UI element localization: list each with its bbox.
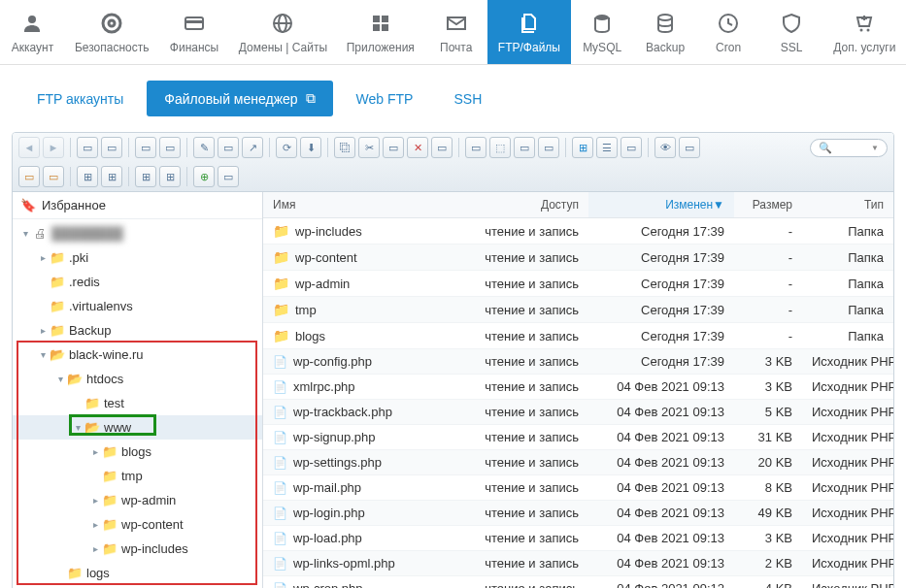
- tree-node[interactable]: 📁tmp: [13, 464, 262, 488]
- table-row[interactable]: 📄wp-settings.phpчтение и запись04 Фев 20…: [263, 450, 893, 475]
- toolbar-button[interactable]: ▭: [77, 137, 98, 158]
- search-input[interactable]: [832, 142, 871, 153]
- view-grid-button[interactable]: ⊞: [572, 137, 593, 158]
- table-row[interactable]: 📁wp-adminчтение и записьСегодня 17:39-Па…: [263, 271, 893, 297]
- table-row[interactable]: 📄wp-links-opml.phpчтение и запись04 Фев …: [263, 551, 893, 576]
- toolbar-button[interactable]: ▭: [101, 137, 122, 158]
- php-file-icon: 📄: [273, 481, 287, 495]
- tree-node[interactable]: ▾🖨████████: [13, 221, 262, 245]
- tree-node[interactable]: ▸📁Backup: [13, 318, 262, 343]
- topnav-database[interactable]: MySQL: [571, 0, 634, 64]
- expander-icon[interactable]: ▸: [88, 495, 102, 506]
- toolbar-button[interactable]: ▭: [218, 137, 239, 158]
- topnav-globe[interactable]: Домены | Сайты: [230, 0, 337, 64]
- topnav-shield[interactable]: SSL: [760, 0, 823, 64]
- search-dropdown-icon[interactable]: ▼: [871, 144, 879, 152]
- view-list-button[interactable]: ☰: [596, 137, 618, 158]
- paste-button[interactable]: ▭: [383, 137, 404, 158]
- expander-icon[interactable]: ▸: [88, 446, 102, 457]
- topnav-mail[interactable]: Почта: [424, 0, 487, 64]
- toolbar-button[interactable]: ⬚: [489, 137, 511, 158]
- nav-forward-button[interactable]: ►: [43, 137, 64, 158]
- column-modified[interactable]: Изменен▼: [588, 192, 734, 218]
- tree-node[interactable]: 📁.virtualenvs: [13, 294, 262, 318]
- tree-node[interactable]: ▸📁wp-content: [13, 512, 262, 537]
- expander-icon[interactable]: ▾: [71, 422, 84, 433]
- toolbar-button[interactable]: ▭: [514, 137, 535, 158]
- toolbar-button[interactable]: ⊞: [159, 166, 181, 187]
- cut-button[interactable]: ✂: [358, 137, 380, 158]
- copy-button[interactable]: ⿻: [334, 137, 355, 158]
- table-row[interactable]: 📄wp-trackback.phpчтение и запись04 Фев 2…: [263, 400, 893, 425]
- table-row[interactable]: 📄wp-mail.phpчтение и запись04 Фев 2021 0…: [263, 475, 893, 501]
- toolbar-button[interactable]: ⊕: [193, 166, 215, 187]
- subnav-item[interactable]: Файловый менеджер ⧉: [147, 81, 332, 116]
- favorites-header[interactable]: 🔖 Избранное: [13, 192, 262, 219]
- toolbar-button[interactable]: ↗: [242, 137, 263, 158]
- toolbar-button[interactable]: ▭: [135, 137, 156, 158]
- toolbar-button[interactable]: ▭: [159, 137, 181, 158]
- expander-icon[interactable]: ▸: [36, 325, 50, 336]
- view-button[interactable]: ▭: [621, 137, 642, 158]
- tree-node[interactable]: ▾📂www: [13, 415, 262, 440]
- toolbar-button[interactable]: ▭: [538, 137, 559, 158]
- column-size[interactable]: Размер: [734, 192, 802, 218]
- tree-node[interactable]: ▸📁blogs: [13, 440, 262, 464]
- expander-icon[interactable]: ▸: [88, 543, 102, 554]
- toolbar-button[interactable]: ▭: [43, 166, 64, 187]
- tree-node[interactable]: ▸📁.pki: [13, 245, 262, 270]
- table-row[interactable]: 📄wp-login.phpчтение и запись04 Фев 2021 …: [263, 501, 893, 526]
- expander-icon[interactable]: ▸: [88, 519, 102, 530]
- tree-node[interactable]: 📁logs: [13, 561, 262, 585]
- refresh-button[interactable]: ⟳: [276, 137, 297, 158]
- expander-icon[interactable]: ▸: [36, 252, 50, 263]
- toolbar-button[interactable]: ⊞: [101, 166, 122, 187]
- subnav-item[interactable]: SSH: [436, 82, 499, 116]
- expander-icon[interactable]: ▾: [53, 374, 67, 384]
- toolbar-button[interactable]: ✎: [193, 137, 215, 158]
- topnav-backup[interactable]: Backup: [634, 0, 697, 64]
- topnav-user[interactable]: Аккаунт: [0, 0, 65, 64]
- toolbar-button[interactable]: ▭: [18, 166, 40, 187]
- topnav-cart[interactable]: Доп. услуги: [823, 0, 906, 64]
- subnav-item[interactable]: FTP аккаунты: [19, 82, 141, 116]
- topnav-lifebuoy[interactable]: Безопасность: [65, 0, 159, 64]
- topnav-files[interactable]: FTP/Файлы: [487, 0, 570, 64]
- column-type[interactable]: Тип: [802, 192, 893, 218]
- column-access[interactable]: Доступ: [453, 192, 588, 218]
- delete-button[interactable]: ✕: [407, 137, 428, 158]
- expander-icon[interactable]: ▾: [18, 228, 32, 239]
- tree-node[interactable]: ▾📂htdocs: [13, 367, 262, 391]
- topnav-card[interactable]: Финансы: [158, 0, 229, 64]
- table-row[interactable]: 📄wp-signup.phpчтение и запись04 Фев 2021…: [263, 425, 893, 450]
- toolbar-button[interactable]: ▭: [431, 137, 453, 158]
- table-row[interactable]: 📁wp-includesчтение и записьСегодня 17:39…: [263, 218, 893, 245]
- toolbar-button[interactable]: ⊞: [77, 166, 98, 187]
- tree-node[interactable]: 📁test: [13, 391, 262, 415]
- topnav-apps[interactable]: Приложения: [336, 0, 424, 64]
- toolbar-button[interactable]: ⬇: [300, 137, 321, 158]
- toolbar-button[interactable]: ⊞: [135, 166, 156, 187]
- table-row[interactable]: 📁tmpчтение и записьСегодня 17:39-Папка: [263, 297, 893, 323]
- toolbar-button[interactable]: ▭: [218, 166, 239, 187]
- table-row[interactable]: 📁blogsчтение и записьСегодня 17:39-Папка: [263, 323, 893, 349]
- table-row[interactable]: 📄xmlrpc.phpчтение и запись04 Фев 2021 09…: [263, 375, 893, 400]
- subnav-item[interactable]: Web FTP: [339, 82, 431, 116]
- table-row[interactable]: 📄wp-config.phpчтение и записьСегодня 17:…: [263, 349, 893, 375]
- preview-button[interactable]: 👁: [654, 137, 676, 158]
- tree-node[interactable]: ▸📁wp-includes: [13, 537, 262, 561]
- tree-label: wp-admin: [121, 493, 176, 507]
- tree-node[interactable]: ▸📁wp-admin: [13, 488, 262, 512]
- table-row[interactable]: 📄wp-cron.phpчтение и запись04 Фев 2021 0…: [263, 576, 893, 589]
- column-name[interactable]: Имя: [263, 192, 453, 218]
- expander-icon[interactable]: ▾: [36, 349, 50, 360]
- tree-node[interactable]: 📁.redis: [13, 270, 262, 294]
- toolbar-button[interactable]: ▭: [465, 137, 487, 158]
- nav-back-button[interactable]: ◄: [18, 137, 40, 158]
- search-box[interactable]: 🔍 ▼: [810, 139, 888, 157]
- toolbar-button[interactable]: ▭: [679, 137, 700, 158]
- tree-node[interactable]: ▾📂black-wine.ru: [13, 343, 262, 367]
- topnav-clock[interactable]: Cron: [697, 0, 760, 64]
- table-row[interactable]: 📄wp-load.phpчтение и запись04 Фев 2021 0…: [263, 526, 893, 551]
- table-row[interactable]: 📁wp-contentчтение и записьСегодня 17:39-…: [263, 245, 893, 271]
